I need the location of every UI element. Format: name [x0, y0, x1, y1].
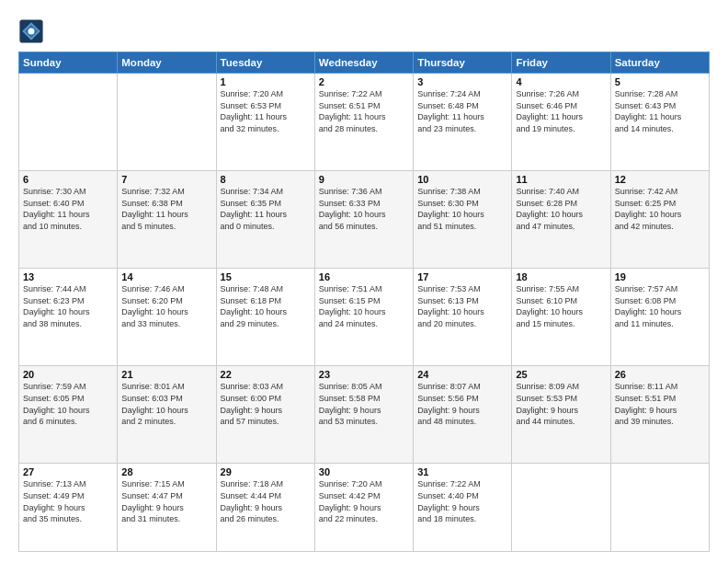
day-number: 30: [319, 466, 409, 477]
day-number: 2: [319, 76, 409, 87]
day-number: 7: [121, 174, 211, 185]
calendar-cell: 16Sunrise: 7:51 AM Sunset: 6:15 PM Dayli…: [314, 269, 413, 366]
day-info: Sunrise: 7:13 AM Sunset: 4:49 PM Dayligh…: [23, 478, 113, 524]
calendar-cell: 25Sunrise: 8:09 AM Sunset: 5:53 PM Dayli…: [512, 366, 610, 464]
calendar-cell: 12Sunrise: 7:42 AM Sunset: 6:25 PM Dayli…: [610, 171, 709, 269]
day-number: 10: [417, 174, 507, 185]
calendar-day-header: Saturday: [610, 52, 709, 74]
calendar-cell: 8Sunrise: 7:34 AM Sunset: 6:35 PM Daylig…: [216, 171, 314, 269]
day-number: 19: [615, 271, 705, 282]
calendar-day-header: Thursday: [414, 52, 512, 74]
header: [18, 15, 710, 44]
calendar-day-header: Sunday: [19, 52, 118, 74]
day-info: Sunrise: 8:01 AM Sunset: 6:03 PM Dayligh…: [121, 381, 211, 427]
day-number: 6: [23, 174, 113, 185]
day-number: 5: [615, 76, 705, 87]
calendar-cell: [610, 464, 709, 552]
day-number: 13: [23, 271, 113, 282]
day-info: Sunrise: 7:46 AM Sunset: 6:20 PM Dayligh…: [121, 283, 211, 329]
calendar-cell: 21Sunrise: 8:01 AM Sunset: 6:03 PM Dayli…: [118, 366, 216, 464]
calendar-cell: 6Sunrise: 7:30 AM Sunset: 6:40 PM Daylig…: [19, 171, 118, 269]
calendar-cell: 5Sunrise: 7:28 AM Sunset: 6:43 PM Daylig…: [610, 74, 709, 171]
day-number: 11: [516, 174, 606, 185]
calendar-cell: 30Sunrise: 7:20 AM Sunset: 4:42 PM Dayli…: [314, 464, 413, 552]
day-info: Sunrise: 8:09 AM Sunset: 5:53 PM Dayligh…: [516, 381, 606, 427]
day-number: 20: [23, 369, 113, 380]
calendar-cell: 9Sunrise: 7:36 AM Sunset: 6:33 PM Daylig…: [314, 171, 413, 269]
calendar-cell: 23Sunrise: 8:05 AM Sunset: 5:58 PM Dayli…: [314, 366, 413, 464]
day-info: Sunrise: 7:51 AM Sunset: 6:15 PM Dayligh…: [319, 283, 409, 329]
svg-point-3: [28, 29, 35, 35]
day-info: Sunrise: 7:22 AM Sunset: 4:40 PM Dayligh…: [417, 478, 507, 524]
calendar-header-row: SundayMondayTuesdayWednesdayThursdayFrid…: [19, 52, 710, 74]
day-number: 24: [417, 369, 507, 380]
day-number: 9: [319, 174, 409, 185]
calendar-cell: 31Sunrise: 7:22 AM Sunset: 4:40 PM Dayli…: [414, 464, 512, 552]
day-number: 28: [121, 466, 211, 477]
calendar-cell: 26Sunrise: 8:11 AM Sunset: 5:51 PM Dayli…: [610, 366, 709, 464]
calendar-cell: 27Sunrise: 7:13 AM Sunset: 4:49 PM Dayli…: [19, 464, 118, 552]
logo: [18, 18, 48, 44]
day-number: 17: [417, 271, 507, 282]
day-info: Sunrise: 7:26 AM Sunset: 6:46 PM Dayligh…: [516, 88, 606, 134]
calendar-cell: 17Sunrise: 7:53 AM Sunset: 6:13 PM Dayli…: [414, 269, 512, 366]
day-number: 14: [121, 271, 211, 282]
calendar-cell: 18Sunrise: 7:55 AM Sunset: 6:10 PM Dayli…: [512, 269, 610, 366]
day-number: 27: [23, 466, 113, 477]
day-number: 8: [221, 174, 311, 185]
day-number: 4: [516, 76, 606, 87]
day-number: 22: [221, 369, 311, 380]
day-info: Sunrise: 8:07 AM Sunset: 5:56 PM Dayligh…: [417, 381, 507, 427]
day-number: 18: [516, 271, 606, 282]
day-info: Sunrise: 7:40 AM Sunset: 6:28 PM Dayligh…: [516, 186, 606, 232]
logo-icon: [18, 18, 44, 44]
calendar-cell: 22Sunrise: 8:03 AM Sunset: 6:00 PM Dayli…: [216, 366, 314, 464]
calendar-cell: 1Sunrise: 7:20 AM Sunset: 6:53 PM Daylig…: [216, 74, 314, 171]
calendar-cell: 19Sunrise: 7:57 AM Sunset: 6:08 PM Dayli…: [610, 269, 709, 366]
calendar-cell: 4Sunrise: 7:26 AM Sunset: 6:46 PM Daylig…: [512, 74, 610, 171]
day-info: Sunrise: 7:59 AM Sunset: 6:05 PM Dayligh…: [23, 381, 113, 427]
day-number: 16: [319, 271, 409, 282]
day-info: Sunrise: 7:28 AM Sunset: 6:43 PM Dayligh…: [615, 88, 705, 134]
day-number: 23: [319, 369, 409, 380]
calendar-cell: 11Sunrise: 7:40 AM Sunset: 6:28 PM Dayli…: [512, 171, 610, 269]
day-number: 26: [615, 369, 705, 380]
calendar-cell: 3Sunrise: 7:24 AM Sunset: 6:48 PM Daylig…: [414, 74, 512, 171]
day-info: Sunrise: 8:05 AM Sunset: 5:58 PM Dayligh…: [319, 381, 409, 427]
calendar-day-header: Monday: [118, 52, 216, 74]
calendar-cell: 2Sunrise: 7:22 AM Sunset: 6:51 PM Daylig…: [314, 74, 413, 171]
calendar-cell: [512, 464, 610, 552]
calendar-cell: 28Sunrise: 7:15 AM Sunset: 4:47 PM Dayli…: [118, 464, 216, 552]
day-info: Sunrise: 7:20 AM Sunset: 6:53 PM Dayligh…: [221, 88, 311, 134]
calendar-cell: 10Sunrise: 7:38 AM Sunset: 6:30 PM Dayli…: [414, 171, 512, 269]
day-number: 15: [221, 271, 311, 282]
calendar-cell: 20Sunrise: 7:59 AM Sunset: 6:05 PM Dayli…: [19, 366, 118, 464]
day-number: 1: [221, 76, 311, 87]
calendar-cell: 13Sunrise: 7:44 AM Sunset: 6:23 PM Dayli…: [19, 269, 118, 366]
calendar-day-header: Tuesday: [216, 52, 314, 74]
day-number: 21: [121, 369, 211, 380]
day-number: 25: [516, 369, 606, 380]
calendar-day-header: Wednesday: [314, 52, 413, 74]
day-info: Sunrise: 7:38 AM Sunset: 6:30 PM Dayligh…: [417, 186, 507, 232]
calendar-cell: 7Sunrise: 7:32 AM Sunset: 6:38 PM Daylig…: [118, 171, 216, 269]
calendar-cell: [19, 74, 118, 171]
calendar-cell: 29Sunrise: 7:18 AM Sunset: 4:44 PM Dayli…: [216, 464, 314, 552]
day-number: 3: [417, 76, 507, 87]
day-number: 12: [615, 174, 705, 185]
day-info: Sunrise: 7:34 AM Sunset: 6:35 PM Dayligh…: [221, 186, 311, 232]
day-info: Sunrise: 7:36 AM Sunset: 6:33 PM Dayligh…: [319, 186, 409, 232]
day-info: Sunrise: 7:18 AM Sunset: 4:44 PM Dayligh…: [221, 478, 311, 524]
day-info: Sunrise: 7:57 AM Sunset: 6:08 PM Dayligh…: [615, 283, 705, 329]
day-info: Sunrise: 7:48 AM Sunset: 6:18 PM Dayligh…: [221, 283, 311, 329]
calendar-cell: [118, 74, 216, 171]
day-info: Sunrise: 8:11 AM Sunset: 5:51 PM Dayligh…: [615, 381, 705, 427]
day-number: 29: [221, 466, 311, 477]
day-info: Sunrise: 7:20 AM Sunset: 4:42 PM Dayligh…: [319, 478, 409, 524]
calendar-day-header: Friday: [512, 52, 610, 74]
day-info: Sunrise: 7:32 AM Sunset: 6:38 PM Dayligh…: [121, 186, 211, 232]
calendar-cell: 15Sunrise: 7:48 AM Sunset: 6:18 PM Dayli…: [216, 269, 314, 366]
calendar-table: SundayMondayTuesdayWednesdayThursdayFrid…: [18, 52, 710, 552]
calendar-cell: 14Sunrise: 7:46 AM Sunset: 6:20 PM Dayli…: [118, 269, 216, 366]
day-info: Sunrise: 7:44 AM Sunset: 6:23 PM Dayligh…: [23, 283, 113, 329]
